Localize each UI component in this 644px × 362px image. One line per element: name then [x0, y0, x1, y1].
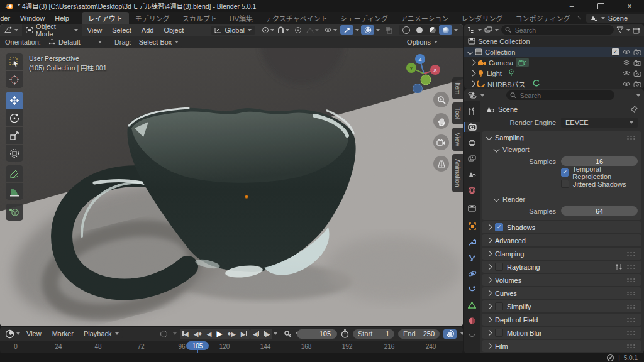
render-visibility-icon[interactable] — [633, 60, 641, 66]
clamping-panel-header[interactable]: Clamping — [482, 248, 641, 260]
drag-grip-icon[interactable] — [626, 291, 636, 296]
sampling-panel-header[interactable]: Sampling — [482, 131, 641, 143]
menu-help[interactable]: Help — [50, 14, 74, 22]
motion-blur-panel-header[interactable]: Motion Blur — [482, 327, 641, 339]
outliner-search[interactable] — [501, 25, 614, 35]
zoom-icon[interactable] — [433, 92, 449, 107]
film-panel-header[interactable]: Film — [482, 340, 641, 352]
options-chevron-icon[interactable] — [636, 94, 640, 97]
curves-panel-header[interactable]: Curves — [482, 287, 641, 299]
tool-cursor[interactable] — [6, 71, 23, 88]
drag-grip-icon[interactable] — [626, 304, 636, 309]
collection-exclude-checkbox[interactable]: ✓ — [611, 48, 619, 56]
viewport-subpanel-header[interactable]: Viewport — [482, 143, 641, 155]
shading-wireframe[interactable] — [399, 25, 413, 35]
pan-hand-icon[interactable] — [433, 113, 449, 129]
minimize-button[interactable]: – — [557, 0, 586, 12]
viewport-menu-view[interactable]: View — [83, 26, 107, 34]
tab-output[interactable] — [464, 138, 480, 148]
scene-selector[interactable]: Scene × — [586, 14, 644, 23]
jump-to-start-button[interactable]: ◀ — [180, 329, 191, 339]
orientation-selector[interactable]: Global — [211, 26, 255, 35]
tool-move[interactable] — [6, 92, 23, 109]
drag-grip-icon[interactable] — [626, 344, 636, 349]
chevron-down-icon[interactable] — [495, 29, 499, 31]
restore-button[interactable] — [586, 0, 615, 12]
tool-add-cube[interactable] — [6, 204, 23, 221]
shadows-checkbox[interactable]: ✓ — [495, 223, 503, 231]
step-back-button[interactable]: ◀ — [250, 329, 262, 339]
tab-particles[interactable] — [464, 253, 480, 263]
tab-constraints[interactable] — [464, 284, 480, 294]
filter-icon[interactable] — [616, 26, 624, 33]
timeline-menu-marker[interactable]: Marker — [48, 330, 78, 337]
simplify-panel-header[interactable]: Simplify — [482, 300, 641, 312]
shading-material[interactable] — [426, 25, 439, 35]
outliner-search-input[interactable] — [514, 26, 610, 35]
keying-set-icon[interactable] — [281, 329, 294, 339]
editor-type-icon[interactable] — [4, 26, 13, 34]
preview-range-icon[interactable] — [341, 329, 349, 338]
sidebar-tab-view[interactable]: View — [452, 128, 463, 151]
timeline-menu-view[interactable]: View — [22, 330, 46, 337]
workspace-tab-sculpt[interactable]: スカルプト — [176, 12, 223, 24]
options-dropdown[interactable]: Options — [403, 38, 441, 47]
proportional-edit-icon[interactable] — [291, 25, 304, 35]
render-subpanel-header[interactable]: Render — [482, 193, 641, 205]
expand-icon[interactable] — [470, 81, 476, 87]
sidebar-tab-item[interactable]: Item — [452, 77, 463, 99]
chevron-down-icon[interactable] — [355, 29, 359, 31]
next-keyframe-button[interactable]: ◆▶ — [225, 329, 238, 339]
outliner-editor-icon[interactable] — [467, 26, 475, 34]
eye-icon[interactable] — [622, 81, 631, 87]
outliner-row-collection[interactable]: Collection ✓ — [464, 47, 644, 57]
perspective-toggle-icon[interactable] — [433, 156, 449, 172]
chevron-down-icon[interactable] — [16, 332, 20, 335]
workspace-tab-modeling[interactable]: モデリング — [129, 12, 176, 24]
tab-material[interactable] — [464, 315, 480, 326]
viewport-canvas[interactable]: User Perspective (105) Collection | 円柱.0… — [0, 48, 463, 326]
shading-solid[interactable] — [413, 25, 426, 35]
chevron-down-icon[interactable] — [626, 29, 630, 31]
tab-physics[interactable] — [464, 268, 480, 278]
close-button[interactable]: × — [615, 0, 644, 12]
sidebar-tab-animation[interactable]: Animation — [452, 154, 463, 192]
raytracing-panel-header[interactable]: Raytracing — [482, 261, 641, 273]
tab-scene[interactable] — [464, 169, 480, 179]
display-mode-icon[interactable] — [484, 26, 492, 33]
advanced-panel-header[interactable]: Advanced — [482, 234, 641, 246]
viewport-menu-select[interactable]: Select — [108, 26, 136, 34]
workspace-tab-layout[interactable]: レイアウト — [82, 12, 129, 24]
step-forward-button[interactable]: ▶ — [262, 329, 273, 339]
play-button[interactable]: ▶ — [214, 329, 225, 339]
new-collection-icon[interactable] — [633, 26, 641, 34]
tab-tool[interactable] — [464, 106, 480, 116]
tab-object-data[interactable] — [464, 300, 480, 310]
volumes-panel-header[interactable]: Volumes — [482, 274, 641, 286]
render-engine-dropdown[interactable]: EEVEE — [561, 118, 638, 128]
chevron-down-icon[interactable] — [478, 29, 482, 31]
viewport-menu-object[interactable]: Object — [159, 26, 188, 34]
timeline-menu-playback[interactable]: Playback — [80, 329, 123, 338]
chevron-down-icon[interactable] — [274, 332, 277, 335]
end-frame-field[interactable]: End 250 — [398, 329, 440, 339]
workspace-tab-uv[interactable]: UV編集 — [223, 12, 259, 24]
pin-icon[interactable] — [630, 106, 638, 113]
chevron-down-icon[interactable] — [14, 29, 18, 31]
outliner-row-light[interactable]: Light — [470, 68, 644, 79]
gizmo-toggle[interactable] — [340, 25, 353, 35]
drag-grip-icon[interactable] — [626, 251, 636, 256]
tool-rotate[interactable] — [6, 109, 23, 126]
camera-view-icon[interactable] — [433, 134, 449, 150]
motion-blur-checkbox[interactable] — [495, 329, 503, 337]
orientation-dropdown[interactable]: Default — [45, 38, 106, 47]
outliner-row-nurbs-path[interactable]: NURBSパス — [470, 79, 644, 89]
timeline-editor-icon[interactable] — [5, 329, 14, 339]
tool-transform[interactable] — [6, 145, 23, 162]
render-visibility-icon[interactable] — [633, 49, 641, 55]
tool-measure[interactable] — [6, 183, 23, 200]
chevron-down-icon[interactable] — [480, 94, 484, 97]
tab-object[interactable] — [464, 221, 480, 231]
tab-render[interactable] — [464, 122, 480, 132]
pivot-point-icon[interactable] — [260, 25, 275, 35]
